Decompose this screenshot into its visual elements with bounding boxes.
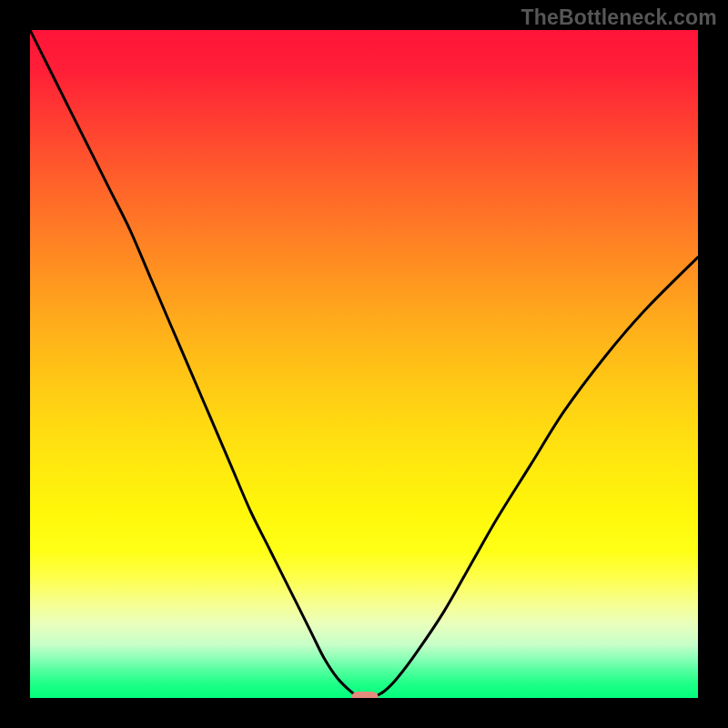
chart-frame: TheBottleneck.com: [0, 0, 728, 728]
bottleneck-curve: [30, 30, 698, 698]
plot-area: [30, 30, 698, 698]
curve-path: [30, 30, 698, 698]
watermark-text: TheBottleneck.com: [521, 5, 717, 30]
optimal-point-marker: [351, 692, 379, 698]
